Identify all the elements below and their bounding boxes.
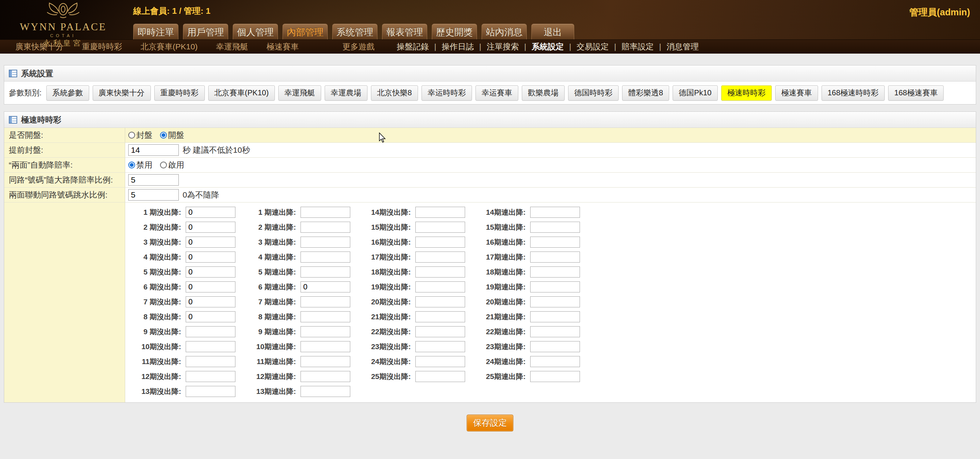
grid-cell-input[interactable] [530,326,580,337]
main-nav-button[interactable]: 內部管理 [283,24,328,39]
category-button[interactable]: 168極速時時彩 [822,85,885,101]
category-button[interactable]: 北京快樂8 [371,85,418,101]
category-button[interactable]: 極速時時彩 [721,85,772,101]
radio-icon[interactable] [160,162,167,168]
grid-cell-input[interactable] [530,356,580,367]
category-button[interactable]: 168極速賽車 [888,85,944,101]
grid-cell-input[interactable] [186,326,235,337]
grid-cell-input[interactable] [301,237,350,248]
grid-cell-input[interactable] [415,266,465,278]
category-button[interactable]: 德国時時彩 [568,85,619,101]
grid-cell-input[interactable] [415,326,465,337]
radio-icon[interactable] [128,162,135,168]
grid-cell-input[interactable] [186,207,235,218]
grid-cell-input[interactable] [415,311,465,322]
grid-cell-input[interactable] [415,356,465,367]
form-text-input[interactable] [128,144,179,156]
grid-cell-input[interactable] [530,311,580,322]
category-button[interactable]: 幸运時時彩 [421,85,472,101]
main-nav-button[interactable]: 退出 [531,24,574,39]
grid-cell-input[interactable] [530,341,580,352]
grid-cell-input[interactable] [415,237,465,248]
grid-cell-input[interactable] [415,296,465,307]
category-button[interactable]: 系統參數 [46,85,89,101]
category-button[interactable]: 幸運飛艇 [278,85,321,101]
main-nav-button[interactable]: 即時注單 [133,24,178,39]
grid-cell-input[interactable] [530,281,580,292]
grid-cell-input[interactable] [301,281,350,292]
grid-cell-input[interactable] [186,386,235,397]
admin-link[interactable]: 注單搜索 [487,41,519,52]
grid-cell-input[interactable] [415,252,465,263]
grid-cell-input[interactable] [530,207,580,218]
form-text-input[interactable] [128,174,179,186]
category-button[interactable]: 廣東快樂十分 [93,85,151,101]
category-button[interactable]: 德国Pk10 [673,85,718,101]
grid-cell-input[interactable] [186,311,235,322]
grid-cell-input[interactable] [301,341,350,352]
grid-cell-input[interactable] [530,252,580,263]
game-link[interactable]: 極速賽車 [266,41,299,52]
category-button[interactable]: 極速賽車 [775,85,818,101]
grid-cell-input[interactable] [186,371,235,382]
category-button[interactable]: 幸運農場 [325,85,368,101]
radio-option[interactable]: 啟用 [160,160,184,170]
grid-cell: 3 期連出降: [253,235,368,250]
category-button[interactable]: 重慶時時彩 [154,85,205,101]
grid-cell-input[interactable] [530,237,580,248]
category-button[interactable]: 北京賽車(PK10) [208,85,275,101]
grid-cell-input[interactable] [530,371,580,382]
game-link[interactable]: 北京賽車(PK10) [140,41,198,52]
grid-cell-input[interactable] [415,371,465,382]
grid-cell-input[interactable] [530,266,580,278]
grid-cell-input[interactable] [186,237,235,248]
grid-cell-input[interactable] [186,252,235,263]
grid-cell-input[interactable] [415,281,465,292]
radio-option[interactable]: 封盤 [128,130,152,140]
grid-cell-input[interactable] [186,222,235,233]
grid-cell-input[interactable] [415,207,465,218]
admin-link[interactable]: 操作日誌 [442,41,474,52]
main-nav-button[interactable]: 系统管理 [332,24,377,39]
grid-cell-input[interactable] [301,222,350,233]
admin-link[interactable]: 消息管理 [666,41,699,52]
grid-cell-input[interactable] [301,326,350,337]
main-nav-button[interactable]: 站內消息 [482,24,527,39]
category-button[interactable]: 體彩樂透8 [622,85,669,101]
main-nav-button[interactable]: 用戶管理 [183,24,228,39]
radio-option[interactable]: 開盤 [160,130,184,140]
grid-cell-input[interactable] [301,252,350,263]
main-nav-button[interactable]: 歷史開獎 [432,24,477,39]
radio-option[interactable]: 禁用 [128,160,152,170]
radio-icon[interactable] [160,132,167,139]
category-button[interactable]: 幸运賽車 [475,85,518,101]
grid-cell-input[interactable] [301,266,350,278]
category-button[interactable]: 歡樂農場 [522,85,565,101]
radio-icon[interactable] [128,132,135,139]
grid-cell-input[interactable] [301,207,350,218]
save-settings-button[interactable]: 保存設定 [467,415,513,431]
main-nav-button[interactable]: 報表管理 [382,24,427,39]
grid-cell-input[interactable] [301,371,350,382]
grid-cell-input[interactable] [301,311,350,322]
game-link[interactable]: 幸運飛艇 [216,41,248,52]
admin-link[interactable]: 系統設定 [532,41,564,52]
admin-link[interactable]: 交易設定 [577,41,609,52]
admin-link[interactable]: 操盤記錄 [397,41,429,52]
grid-cell-input[interactable] [530,222,580,233]
grid-cell-input[interactable] [186,281,235,292]
grid-cell-input[interactable] [186,356,235,367]
game-link[interactable]: 更多遊戲 [342,41,374,52]
grid-cell-input[interactable] [415,222,465,233]
grid-cell-input[interactable] [301,356,350,367]
admin-link[interactable]: 賠率設定 [622,41,654,52]
grid-cell-input[interactable] [415,341,465,352]
grid-cell-input[interactable] [186,296,235,307]
grid-cell-input[interactable] [301,386,350,397]
main-nav-button[interactable]: 個人管理 [233,24,278,39]
grid-cell-input[interactable] [186,266,235,278]
grid-cell-input[interactable] [301,296,350,307]
grid-cell-input[interactable] [530,296,580,307]
grid-cell-input[interactable] [186,341,235,352]
form-text-input[interactable] [128,189,179,201]
